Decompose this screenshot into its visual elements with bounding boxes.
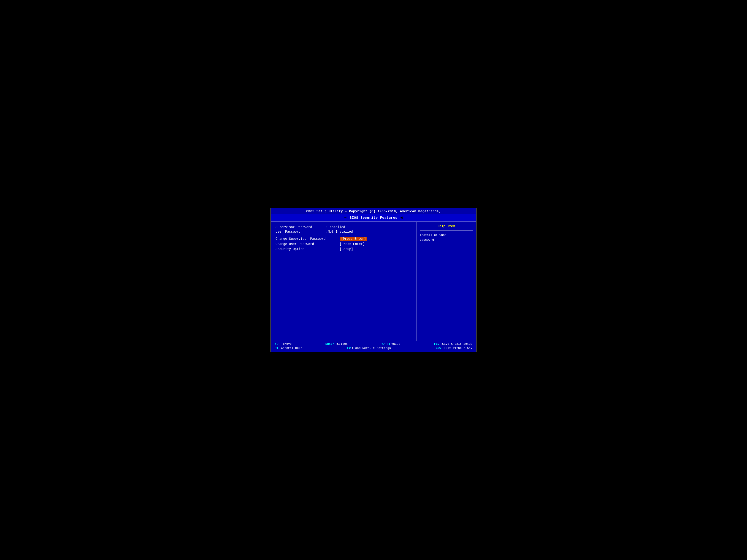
change-user-password-label: Change User Password (276, 242, 340, 246)
footer-defaults-desc: :Load Default Settings (352, 346, 391, 350)
security-option-value[interactable]: [Setup] (340, 247, 353, 251)
section-title-text: BIOS Security Features (350, 216, 397, 220)
main-content: Supervisor Password :Installed User Pass… (271, 221, 476, 341)
footer-exit-key: ESC (436, 346, 441, 350)
footer-value-desc: Value (391, 342, 400, 346)
footer-value-key: +/-/: (382, 342, 390, 346)
footer-help-desc: :General Help (279, 346, 302, 350)
right-panel: Help Item Install or Chanpassword. (416, 222, 476, 341)
footer-exit-desc: :Exit Without Sav (442, 346, 472, 350)
footer-move-desc: :Move (283, 342, 291, 346)
security-option-label: Security Option (276, 247, 340, 251)
help-title: Help Item (420, 224, 473, 228)
footer-select-key: Enter (326, 342, 334, 346)
section-title-bar: ➡ BIOS Security Features ◄ (271, 214, 476, 221)
change-supervisor-password-item[interactable]: Change Supervisor Password [Press Enter] (276, 237, 412, 241)
footer-value: +/-/: Value (382, 342, 400, 346)
supervisor-password-value: :Installed (326, 225, 345, 229)
footer-move: ↑↓←→ :Move (275, 342, 291, 346)
user-password-label: User Password (276, 230, 326, 234)
footer-exit: ESC :Exit Without Sav (436, 346, 472, 350)
footer-help-key: F1 (275, 346, 278, 350)
footer-move-key: ↑↓←→ (275, 342, 282, 346)
footer: ↑↓←→ :Move Enter :Select +/-/: Value F10… (271, 341, 476, 352)
change-supervisor-password-label: Change Supervisor Password (276, 237, 340, 241)
footer-select-desc: :Select (335, 342, 348, 346)
user-password-row: User Password :Not Installed (276, 230, 412, 234)
security-option-item[interactable]: Security Option [Setup] (276, 247, 412, 251)
footer-save-desc: :Save & Exit Setup (440, 342, 472, 346)
left-panel: Supervisor Password :Installed User Pass… (271, 222, 416, 341)
help-text: Install or Chanpassword. (420, 233, 473, 242)
footer-select: Enter :Select (326, 342, 348, 346)
footer-help: F1 :General Help (275, 346, 302, 350)
footer-row-2: F1 :General Help F9 :Load Default Settin… (275, 346, 472, 350)
copyright-text: CMOS Setup Utility - Copyright (C) 1985-… (271, 210, 476, 213)
change-supervisor-password-value[interactable]: [Press Enter] (340, 237, 367, 241)
title-bar: CMOS Setup Utility - Copyright (C) 1985-… (271, 208, 476, 221)
footer-row-1: ↑↓←→ :Move Enter :Select +/-/: Value F10… (275, 342, 472, 346)
change-user-password-value[interactable]: [Press Enter] (340, 242, 365, 246)
bios-screen: CMOS Setup Utility - Copyright (C) 1985-… (271, 208, 476, 352)
change-user-password-item[interactable]: Change User Password [Press Enter] (276, 242, 412, 246)
help-divider (420, 230, 473, 231)
user-password-value: :Not Installed (326, 230, 353, 234)
supervisor-password-label: Supervisor Password (276, 225, 326, 229)
supervisor-password-row: Supervisor Password :Installed (276, 225, 412, 229)
footer-defaults: F9 :Load Default Settings (347, 346, 391, 350)
footer-save-key: F10 (434, 342, 439, 346)
footer-defaults-key: F9 (347, 346, 351, 350)
arrow-left-icon: ➡ (344, 215, 347, 220)
arrow-right-icon: ◄ (400, 215, 403, 220)
footer-save: F10 :Save & Exit Setup (434, 342, 472, 346)
